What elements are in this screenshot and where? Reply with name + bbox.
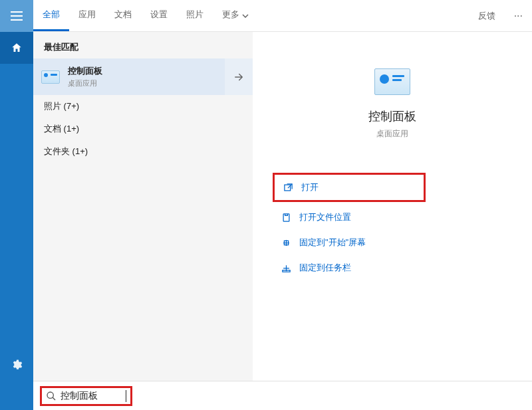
menu-button[interactable] xyxy=(0,0,33,32)
tab-apps[interactable]: 应用 xyxy=(69,0,105,31)
svg-point-7 xyxy=(47,392,53,398)
pin-taskbar-icon xyxy=(279,263,293,273)
search-bar xyxy=(33,381,532,410)
search-input[interactable] xyxy=(61,391,127,401)
tab-all[interactable]: 全部 xyxy=(33,0,69,31)
settings-button[interactable] xyxy=(0,349,33,381)
more-options-button[interactable]: ··· xyxy=(505,0,532,31)
category-photos[interactable]: 照片 (7+) xyxy=(33,95,253,118)
result-title: 控制面板 xyxy=(68,65,102,77)
filter-tabs: 全部 应用 文档 设置 照片 更多 反馈 ··· xyxy=(33,0,532,32)
action-open-location-label: 打开文件位置 xyxy=(299,211,351,223)
action-pin-taskbar[interactable]: 固定到任务栏 xyxy=(273,255,525,280)
expand-details-button[interactable] xyxy=(225,58,253,95)
chevron-down-icon xyxy=(242,10,249,20)
tab-more[interactable]: 更多 xyxy=(213,0,258,31)
best-match-header: 最佳匹配 xyxy=(33,32,253,58)
category-folders[interactable]: 文件夹 (1+) xyxy=(33,140,253,163)
action-pin-start-label: 固定到"开始"屏幕 xyxy=(299,237,366,249)
home-button[interactable] xyxy=(0,32,33,64)
result-subtitle: 桌面应用 xyxy=(68,78,102,88)
open-icon xyxy=(281,183,295,193)
tab-photos[interactable]: 照片 xyxy=(177,0,213,31)
pin-start-icon xyxy=(279,238,293,248)
results-pane: 最佳匹配 控制面板 桌面应用 照片 (7+) 文档 (1+) 文件夹 (1+) xyxy=(33,32,253,381)
svg-rect-4 xyxy=(283,213,289,221)
category-documents[interactable]: 文档 (1+) xyxy=(33,118,253,140)
folder-icon xyxy=(279,213,293,223)
best-match-result[interactable]: 控制面板 桌面应用 xyxy=(33,58,253,95)
details-pane: 控制面板 桌面应用 打开 打开文件位置 固定到"开始"屏幕 xyxy=(259,39,525,381)
detail-title: 控制面板 xyxy=(368,108,416,124)
feedback-link[interactable]: 反馈 xyxy=(469,0,505,31)
action-pin-taskbar-label: 固定到任务栏 xyxy=(299,262,351,274)
control-panel-large-icon xyxy=(374,68,410,95)
action-pin-start[interactable]: 固定到"开始"屏幕 xyxy=(273,230,525,255)
svg-rect-3 xyxy=(284,185,290,191)
svg-line-8 xyxy=(53,397,55,400)
action-open-label: 打开 xyxy=(301,181,319,193)
tab-settings[interactable]: 设置 xyxy=(141,0,177,31)
action-open[interactable]: 打开 xyxy=(279,177,420,197)
tab-more-label: 更多 xyxy=(222,9,239,21)
text-caret xyxy=(126,390,126,402)
action-open-location[interactable]: 打开文件位置 xyxy=(273,205,525,230)
tab-documents[interactable]: 文档 xyxy=(105,0,141,31)
search-icon xyxy=(46,391,57,401)
detail-subtitle: 桌面应用 xyxy=(376,128,408,140)
control-panel-icon xyxy=(41,70,60,84)
